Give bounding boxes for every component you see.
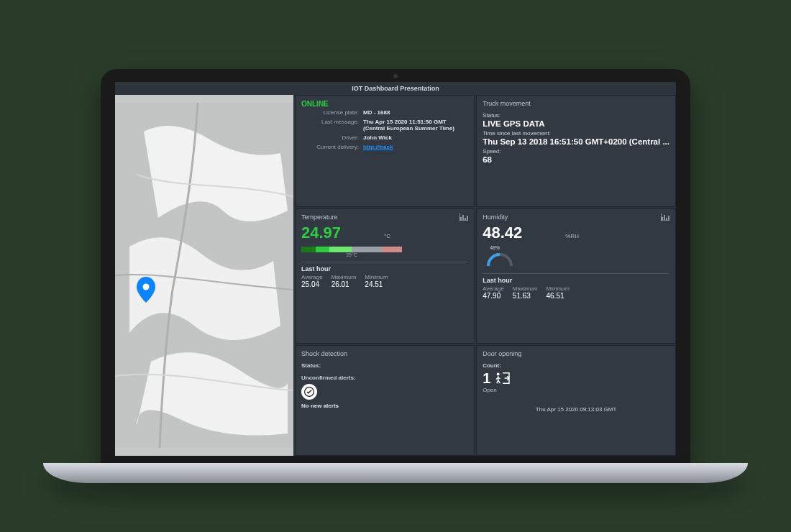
door-panel: Door opening Count: 1 Open Thu Apr 15 20… <box>476 345 676 456</box>
driver-label: Driver: <box>301 134 363 141</box>
temperature-value: 24.97 <box>301 224 341 242</box>
humidity-gauge: 48% <box>485 245 669 269</box>
online-status: ONLINE <box>301 100 468 108</box>
hum-avg-label: Average <box>483 285 504 292</box>
hum-max-label: Maximum <box>513 285 538 292</box>
temp-avg: 25.04 <box>301 280 323 288</box>
movement-panel: Truck movement Status: LIVE GPS DATA Tim… <box>476 95 676 207</box>
temp-avg-label: Average <box>301 274 323 280</box>
humidity-title: Humidity <box>483 214 669 221</box>
map-canvas[interactable] <box>115 95 293 456</box>
lastmsg-value: Thu Apr 15 2020 11:51:50 GMT (Central Eu… <box>363 119 468 132</box>
temperature-unit: °C <box>384 233 390 239</box>
hum-min-label: Minimum <box>547 285 570 292</box>
shock-noalerts: No new alerts <box>301 403 468 409</box>
svg-point-3 <box>497 373 500 376</box>
movement-status-label: Status: <box>483 112 669 119</box>
temp-max: 26.01 <box>332 280 357 288</box>
shock-status-label: Status: <box>301 362 468 369</box>
info-panel: ONLINE License plate:MD - 1688 Last mess… <box>295 95 475 207</box>
delivery-label: Current delivery: <box>301 144 363 150</box>
door-exit-icon <box>495 372 511 385</box>
shock-unconfirmed-label: Unconfirmed alerts: <box>301 375 468 381</box>
humidity-value: 48.42 <box>483 224 522 242</box>
chart-icon[interactable] <box>661 214 669 221</box>
temp-lasthour-title: Last hour <box>301 262 468 272</box>
temp-min: 24.51 <box>365 280 388 288</box>
shock-panel: Shock detection Status: Unconfirmed aler… <box>295 345 475 456</box>
driver-value: John Wick <box>363 134 468 141</box>
temperature-title: Temperature <box>301 214 468 221</box>
temp-max-label: Maximum <box>332 274 357 280</box>
check-circle-icon <box>301 384 317 400</box>
door-title: Door opening <box>483 350 669 357</box>
movement-status: LIVE GPS DATA <box>483 119 669 128</box>
hum-min: 46.51 <box>547 292 570 300</box>
humidity-unit: %RH <box>565 233 579 239</box>
door-count: 1 <box>483 370 490 387</box>
hum-lasthour-title: Last hour <box>483 273 669 284</box>
movement-time: Thu Sep 13 2018 16:51:50 GMT+0200 (Centr… <box>483 137 669 146</box>
movement-speed: 68 <box>483 155 669 164</box>
movement-title: Truck movement <box>483 100 669 107</box>
temperature-bar <box>301 247 402 252</box>
temp-min-label: Minimum <box>365 274 388 280</box>
door-timestamp: Thu Apr 15 2020 09:13:03 GMT <box>483 406 669 413</box>
temperature-panel: Temperature 24.97 °C 25°C Last hour Aver… <box>295 208 475 343</box>
camera-dot <box>393 74 398 78</box>
lastmsg-label: Last message: <box>301 119 363 132</box>
delivery-link[interactable]: http://track <box>363 144 393 150</box>
dashboard-screen: IOT Dashboard Presentation <box>115 82 676 456</box>
page-title: IOT Dashboard Presentation <box>115 82 676 95</box>
hum-max: 51.63 <box>513 292 538 300</box>
chart-icon[interactable] <box>459 214 468 221</box>
license-value: MD - 1688 <box>363 109 468 116</box>
license-label: License plate: <box>301 109 363 116</box>
door-count-label: Count: <box>483 362 669 369</box>
laptop-frame: IOT Dashboard Presentation <box>101 69 690 463</box>
map-panel[interactable] <box>115 95 293 456</box>
shock-title: Shock detection <box>301 350 468 357</box>
movement-speed-label: Speed: <box>483 148 669 155</box>
temperature-scale: 25°C <box>301 252 402 257</box>
hum-avg: 47.90 <box>483 292 504 300</box>
humidity-gauge-label: 48% <box>490 245 669 250</box>
movement-time-label: Time since last movement: <box>483 130 669 137</box>
svg-point-1 <box>143 284 150 290</box>
humidity-panel: Humidity 48.42 %RH 48% Last hour Average… <box>476 208 676 343</box>
door-state: Open <box>483 387 669 393</box>
